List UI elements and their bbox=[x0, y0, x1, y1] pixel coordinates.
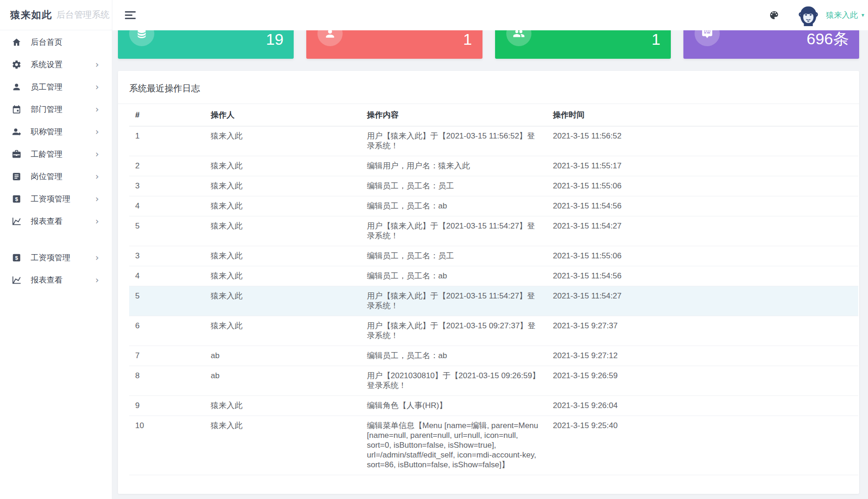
stat-card-value: 1 bbox=[443, 30, 472, 49]
chevron-right-icon: › bbox=[95, 253, 99, 262]
theme-palette-button[interactable] bbox=[769, 10, 780, 21]
col-header-operator: 操作人 bbox=[205, 104, 361, 126]
cell-operator: ab bbox=[205, 346, 361, 366]
sidebar-item-reports[interactable]: 报表查看 › bbox=[0, 210, 112, 232]
cell-operator: 猿来入此 bbox=[205, 196, 361, 216]
palette-icon bbox=[769, 10, 779, 21]
chevron-right-icon: › bbox=[95, 217, 99, 226]
sidebar-item-label: 工龄管理 bbox=[31, 149, 95, 159]
cell-time: 2021-3-15 11:54:27 bbox=[547, 216, 858, 246]
cell-operator: 猿来入此 bbox=[205, 156, 361, 176]
sidebar-item-department[interactable]: 部门管理 › bbox=[0, 98, 112, 120]
calendar-icon bbox=[11, 104, 21, 114]
sidebar-item-label: 报表查看 bbox=[31, 275, 95, 285]
cell-index: 2 bbox=[129, 156, 205, 176]
table-row: 3 猿来入此 编辑员工，员工名：员工 2021-3-15 11:55:06 bbox=[129, 176, 858, 196]
cell-content: 编辑员工，员工名：员工 bbox=[361, 246, 547, 266]
cell-time: 2021-3-15 11:55:06 bbox=[547, 176, 858, 196]
cell-content: 编辑员工，员工名：ab bbox=[361, 266, 547, 286]
home-icon bbox=[11, 37, 21, 47]
table-row: 5 猿来入此 用户【猿来入此】于【2021-03-15 11:54:27】登录系… bbox=[129, 216, 858, 246]
stat-card-value: 696条 bbox=[806, 28, 849, 50]
sidebar-item-dashboard[interactable]: 后台首页 bbox=[0, 31, 112, 53]
sidebar-item-post[interactable]: 岗位管理 › bbox=[0, 165, 112, 187]
cell-operator: 猿来入此 bbox=[205, 286, 361, 316]
cell-content: 编辑用户，用户名：猿来入此 bbox=[361, 156, 547, 176]
chevron-right-icon: › bbox=[95, 60, 99, 69]
chart-icon bbox=[11, 216, 21, 226]
sidebar-item-salary-items[interactable]: $ 工资项管理 › bbox=[0, 187, 112, 210]
app-logo: 猿来如此 后台管理系统 bbox=[0, 0, 112, 30]
cell-operator: 猿来入此 bbox=[205, 396, 361, 416]
cell-operator: ab bbox=[205, 366, 361, 396]
sidebar-toggle-button[interactable] bbox=[125, 11, 136, 19]
cell-content: 编辑员工，员工名：员工 bbox=[361, 176, 547, 196]
cell-operator: 猿来入此 bbox=[205, 176, 361, 196]
user-name: 猿来入此 bbox=[826, 10, 858, 21]
table-row: 1 猿来入此 用户【猿来入此】于【2021-03-15 11:56:52】登录系… bbox=[129, 126, 858, 156]
cell-time: 2021-3-15 11:55:17 bbox=[547, 156, 858, 176]
chart-icon bbox=[11, 275, 21, 285]
cell-content: 用户【2021030810】于【2021-03-15 09:26:59】登录系统… bbox=[361, 366, 547, 396]
sidebar-item-label: 工资项管理 bbox=[31, 252, 95, 263]
cell-index: 5 bbox=[129, 216, 205, 246]
sidebar-item-label: 后台首页 bbox=[31, 37, 99, 48]
user-avatar[interactable] bbox=[798, 5, 819, 26]
table-row: 8 ab 用户【2021030810】于【2021-03-15 09:26:59… bbox=[129, 366, 858, 396]
cell-time: 2021-3-15 9:25:40 bbox=[547, 416, 858, 475]
cell-index: 5 bbox=[129, 286, 205, 316]
sidebar-item-salary-items-2[interactable]: $ 工资项管理 › bbox=[0, 246, 112, 269]
chevron-right-icon: › bbox=[95, 172, 99, 181]
sidebar-item-reports-2[interactable]: 报表查看 › bbox=[0, 269, 112, 291]
cell-content: 用户【猿来入此】于【2021-03-15 11:56:52】登录系统！ bbox=[361, 126, 547, 156]
cell-content: 编辑员工，员工名：ab bbox=[361, 346, 547, 366]
cell-content: 用户【猿来入此】于【2021-03-15 11:54:27】登录系统！ bbox=[361, 216, 547, 246]
stat-card-value: 1 bbox=[617, 30, 661, 49]
chevron-right-icon: › bbox=[95, 127, 99, 136]
cell-content: 用户【猿来入此】于【2021-03-15 09:27:37】登录系统！ bbox=[361, 316, 547, 346]
sidebar-item-label: 工资项管理 bbox=[31, 194, 95, 204]
cell-content: 用户【猿来入此】于【2021-03-15 11:54:27】登录系统！ bbox=[361, 286, 547, 316]
table-row: 9 猿来入此 编辑角色【人事(HR)】 2021-3-15 9:26:04 bbox=[129, 396, 858, 416]
cell-index: 6 bbox=[129, 316, 205, 346]
svg-text:$: $ bbox=[15, 195, 18, 202]
user-gear-icon bbox=[11, 126, 21, 137]
chevron-right-icon: › bbox=[95, 276, 99, 284]
logo-brand-text: 猿来如此 bbox=[10, 8, 52, 21]
cell-time: 2021-3-15 11:54:27 bbox=[547, 286, 858, 316]
document-icon bbox=[11, 171, 21, 181]
cell-time: 2021-3-15 9:26:04 bbox=[547, 396, 858, 416]
table-row: 4 猿来入此 编辑员工，员工名：ab 2021-3-15 11:54:56 bbox=[129, 196, 858, 216]
sidebar: 猿来如此 后台管理系统 后台首页 系统设置 › 员工管理 › 部门管理 › 职称… bbox=[0, 0, 112, 499]
chevron-right-icon: › bbox=[95, 83, 99, 91]
svg-text:$: $ bbox=[15, 254, 18, 261]
cell-operator: 猿来入此 bbox=[205, 216, 361, 246]
table-row: 4 猿来入此 编辑员工，员工名：ab 2021-3-15 11:54:56 bbox=[129, 266, 858, 286]
sidebar-item-label: 职称管理 bbox=[31, 126, 95, 137]
cell-time: 2021-3-15 11:54:56 bbox=[547, 266, 858, 286]
sidebar-item-staff[interactable]: 员工管理 › bbox=[0, 76, 112, 98]
gear-icon bbox=[11, 59, 21, 69]
sidebar-item-seniority[interactable]: 工龄管理 › bbox=[0, 143, 112, 165]
col-header-content: 操作内容 bbox=[361, 104, 547, 126]
sidebar-item-title-mgmt[interactable]: 职称管理 › bbox=[0, 120, 112, 143]
chevron-right-icon: › bbox=[95, 105, 99, 114]
sidebar-menu: 后台首页 系统设置 › 员工管理 › 部门管理 › 职称管理 › 工龄管理 › bbox=[0, 30, 112, 291]
recent-logs-panel: 系统最近操作日志 # 操作人 操作内容 操作时间 1 猿来入此 用户【 bbox=[118, 71, 859, 494]
dollar-icon: $ bbox=[11, 252, 21, 263]
cell-index: 8 bbox=[129, 366, 205, 396]
cell-content: 编辑角色【人事(HR)】 bbox=[361, 396, 547, 416]
cell-operator: 猿来入此 bbox=[205, 246, 361, 266]
col-header-index: # bbox=[129, 104, 205, 126]
col-header-time: 操作时间 bbox=[547, 104, 858, 126]
cell-time: 2021-3-15 11:56:52 bbox=[547, 126, 858, 156]
stat-card-value: 19 bbox=[255, 30, 283, 49]
sidebar-item-label: 系统设置 bbox=[31, 59, 95, 70]
monkey-avatar-icon bbox=[798, 5, 819, 26]
sidebar-item-system-settings[interactable]: 系统设置 › bbox=[0, 53, 112, 76]
user-dropdown[interactable]: 猿来入此 ▼ bbox=[826, 10, 865, 21]
sidebar-item-label: 部门管理 bbox=[31, 104, 95, 115]
table-row-highlighted: 5 猿来入此 用户【猿来入此】于【2021-03-15 11:54:27】登录系… bbox=[129, 286, 858, 316]
cell-index: 3 bbox=[129, 176, 205, 196]
cell-time: 2021-3-15 9:27:37 bbox=[547, 316, 858, 346]
